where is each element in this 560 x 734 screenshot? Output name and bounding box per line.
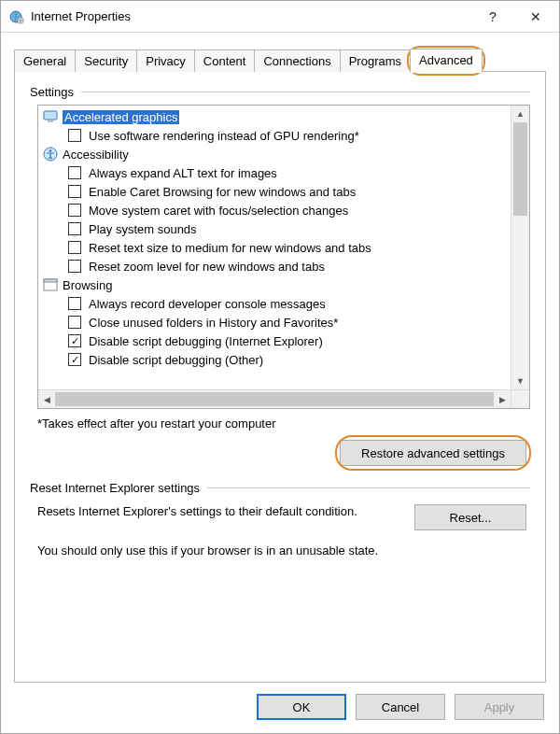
checkbox[interactable]: ✓: [68, 334, 81, 347]
checkbox[interactable]: [68, 260, 81, 273]
tree-option[interactable]: Move system caret with focus/selection c…: [38, 201, 511, 219]
checkbox[interactable]: [68, 129, 81, 142]
dialog-footer: OK Cancel Apply: [1, 683, 559, 733]
accessibility-icon: [42, 147, 59, 162]
close-button[interactable]: ✕: [514, 2, 557, 32]
tab-connections[interactable]: Connections: [254, 49, 340, 72]
internet-properties-dialog: Internet Properties ? ✕ General Security…: [0, 0, 560, 734]
window-title: Internet Properties: [31, 9, 471, 23]
cancel-button[interactable]: Cancel: [356, 694, 445, 720]
svg-rect-2: [44, 111, 57, 120]
tree-option[interactable]: Play system sounds: [38, 219, 511, 238]
scroll-right-arrow[interactable]: ▶: [494, 390, 511, 408]
reset-warning: You should only use this if your browser…: [37, 543, 523, 558]
monitor-icon: [42, 109, 59, 124]
tree-category-label: Accessibility: [63, 148, 129, 162]
scroll-up-arrow[interactable]: ▲: [511, 106, 529, 122]
reset-description: Resets Internet Explorer's settings to t…: [37, 504, 399, 518]
tree-option-label: Reset zoom level for new windows and tab…: [89, 260, 325, 274]
dialog-content: General Security Privacy Content Connect…: [1, 33, 559, 683]
window-icon: [42, 277, 59, 292]
checkbox[interactable]: [68, 297, 81, 310]
tree-category[interactable]: Accessibility: [38, 145, 511, 163]
tab-general[interactable]: General: [14, 49, 76, 72]
checkbox[interactable]: [68, 166, 81, 179]
tree-option-label: Reset text size to medium for new window…: [89, 241, 371, 255]
checkbox[interactable]: [68, 222, 81, 235]
tree-option[interactable]: Close unused folders in History and Favo…: [38, 313, 511, 332]
tree-category-label: Browsing: [63, 278, 112, 292]
scroll-corner: [511, 389, 529, 408]
tree-category[interactable]: Browsing: [38, 275, 511, 294]
titlebar: Internet Properties ? ✕: [1, 1, 559, 33]
tree-option[interactable]: Use software rendering instead of GPU re…: [38, 126, 511, 145]
tree-option[interactable]: Enable Caret Browsing for new windows an…: [38, 182, 511, 201]
restore-advanced-settings-button[interactable]: Restore advanced settings: [340, 440, 526, 466]
svg-rect-3: [48, 120, 53, 122]
divider: [207, 487, 530, 488]
reset-group-header: Reset Internet Explorer settings: [30, 481, 530, 495]
tab-privacy[interactable]: Privacy: [136, 49, 195, 72]
restore-row: Restore advanced settings: [30, 440, 526, 466]
tree-option[interactable]: Always record developer console messages: [38, 294, 511, 313]
tree-option-label: Play system sounds: [89, 222, 197, 236]
svg-point-5: [49, 149, 52, 152]
settings-tree: Accelerated graphicsUse software renderi…: [37, 105, 530, 409]
tree-option[interactable]: Reset text size to medium for new window…: [38, 238, 511, 257]
scroll-left-arrow[interactable]: ◀: [38, 390, 55, 408]
tree-option[interactable]: ✓Disable script debugging (Other): [38, 350, 511, 369]
horizontal-scrollbar[interactable]: ◀ ▶: [38, 389, 511, 408]
settings-group-label: Settings: [30, 85, 74, 99]
tree-option[interactable]: ✓Disable script debugging (Internet Expl…: [38, 332, 511, 350]
svg-rect-7: [44, 279, 57, 282]
vertical-scrollbar[interactable]: ▲ ▼: [511, 106, 529, 389]
checkbox[interactable]: [68, 316, 81, 329]
tab-security[interactable]: Security: [75, 49, 137, 72]
reset-group-label: Reset Internet Explorer settings: [30, 481, 200, 495]
divider: [81, 92, 530, 92]
checkbox[interactable]: [68, 241, 81, 254]
checkbox[interactable]: ✓: [68, 353, 81, 366]
tab-strip: General Security Privacy Content Connect…: [14, 44, 546, 72]
reset-row: Resets Internet Explorer's settings to t…: [37, 504, 526, 530]
checkbox[interactable]: [68, 185, 81, 198]
tree-option-label: Disable script debugging (Internet Explo…: [89, 334, 323, 348]
settings-group-header: Settings: [30, 85, 530, 99]
restart-note: *Takes effect after you restart your com…: [37, 416, 530, 431]
internet-options-icon: [8, 8, 25, 25]
checkbox[interactable]: [68, 204, 81, 217]
tab-advanced[interactable]: Advanced: [410, 49, 483, 73]
tab-programs[interactable]: Programs: [340, 49, 411, 72]
tree-option-label: Enable Caret Browsing for new windows an…: [89, 185, 356, 199]
tree-option-label: Disable script debugging (Other): [89, 353, 263, 367]
advanced-tab-panel: Settings Accelerated graphicsUse softwar…: [14, 71, 546, 683]
scroll-down-arrow[interactable]: ▼: [511, 373, 529, 389]
tree-category-label: Accelerated graphics: [63, 110, 179, 124]
tab-content[interactable]: Content: [194, 49, 256, 72]
help-button[interactable]: ?: [471, 2, 514, 32]
tree-option[interactable]: Reset zoom level for new windows and tab…: [38, 257, 511, 275]
vertical-scroll-thumb[interactable]: [513, 122, 527, 216]
tree-option-label: Always record developer console messages: [89, 297, 326, 311]
tree-category[interactable]: Accelerated graphics: [38, 107, 511, 126]
horizontal-scroll-thumb[interactable]: [55, 392, 494, 406]
settings-tree-viewport[interactable]: Accelerated graphicsUse software renderi…: [38, 106, 511, 389]
tree-option[interactable]: Always expand ALT text for images: [38, 163, 511, 182]
apply-button[interactable]: Apply: [455, 694, 544, 720]
tree-option-label: Use software rendering instead of GPU re…: [89, 129, 359, 143]
tree-option-label: Always expand ALT text for images: [89, 166, 277, 180]
ok-button[interactable]: OK: [257, 694, 346, 720]
tree-option-label: Move system caret with focus/selection c…: [89, 204, 348, 218]
tree-option-label: Close unused folders in History and Favo…: [89, 316, 338, 330]
reset-button[interactable]: Reset...: [414, 504, 526, 530]
